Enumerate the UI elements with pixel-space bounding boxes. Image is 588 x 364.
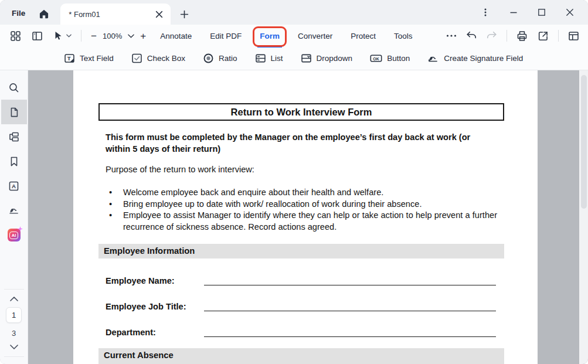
share-button[interactable] (537, 30, 549, 42)
undo-icon (465, 30, 477, 41)
redo-icon (486, 30, 498, 41)
window-controls (480, 6, 575, 18)
page-layout-button[interactable] (567, 30, 580, 42)
field-underline (204, 302, 496, 311)
current-page-input[interactable]: 1 (6, 307, 22, 323)
new-tab-button[interactable] (180, 10, 189, 19)
file-menu[interactable]: File (12, 9, 25, 18)
minimize-button[interactable] (508, 7, 519, 18)
tree-structure-icon (8, 131, 20, 143)
home-icon (38, 8, 50, 20)
bullet-marker: • (109, 210, 112, 222)
chevron-down-icon (10, 345, 18, 349)
panel-toggle-button[interactable] (31, 30, 43, 42)
document-tab[interactable]: * Form01 (60, 4, 171, 25)
more-menu-button[interactable] (480, 6, 491, 18)
check-box-tool[interactable]: Check Box (131, 52, 185, 64)
pdf-page[interactable]: Return to Work Interview Form This form … (73, 70, 538, 364)
sidebar-annotations-button[interactable]: A (1, 174, 27, 198)
tab-protect[interactable]: Protect (349, 29, 377, 43)
text-field-tool[interactable]: T Text Field (63, 52, 114, 64)
print-button[interactable] (516, 30, 528, 42)
undo-button[interactable] (465, 30, 477, 41)
chevron-down-icon (66, 34, 72, 38)
maximize-button[interactable] (536, 7, 547, 18)
field-underline (204, 328, 496, 337)
list-icon (254, 52, 267, 64)
tool-label: Text Field (80, 54, 114, 63)
ratio-tool[interactable]: Ratio (202, 52, 237, 64)
more-tools-button[interactable] (446, 34, 457, 38)
tool-label: Dropdown (317, 54, 353, 63)
tab-edit-pdf[interactable]: Edit PDF (209, 29, 243, 43)
export-icon (537, 30, 549, 42)
tab-form-label: Form (260, 32, 280, 40)
field-label: Department: (106, 328, 156, 337)
side-panel-icon (31, 30, 43, 42)
document-bullet-list: •Welcome employee back and enquire about… (106, 187, 497, 233)
tool-label: List (271, 54, 283, 63)
next-page-button[interactable] (6, 341, 22, 353)
document-title-box: Return to Work Interview Form (98, 103, 504, 121)
zoom-level[interactable]: 100% (103, 32, 122, 40)
close-icon (155, 11, 163, 18)
field-row-department: Department: (106, 327, 156, 339)
select-tool-button[interactable] (53, 30, 72, 41)
bullet-text: Bring employee up to date with work/ rea… (123, 199, 422, 209)
zoom-controls: − 100% + (91, 31, 146, 41)
tool-label: Create Signature Field (444, 54, 523, 63)
vertical-scrollbar[interactable] (579, 70, 588, 364)
maximize-icon (538, 8, 546, 16)
bullet-text: Welcome employee back and enquire about … (123, 188, 383, 197)
main-toolbar: − 100% + Annotate Edit PDF Form Converte… (0, 25, 588, 47)
sidebar-thumbnails-button[interactable] (1, 100, 27, 124)
tool-label: Button (387, 54, 410, 63)
bullet-item: •Welcome employee back and enquire about… (106, 187, 497, 199)
chevron-up-icon (10, 297, 18, 301)
field-row-employee-job-title: Employee Job Title: (106, 301, 186, 313)
field-underline (204, 276, 496, 285)
body-area: A AI 1 3 (0, 70, 588, 364)
tab-converter[interactable]: Converter (297, 29, 334, 43)
section-header-employee-information: Employee Information (98, 244, 504, 258)
document-intro-text: This form must be completed by the Manag… (106, 132, 491, 155)
ribbon-tabs: Annotate Edit PDF Form Converter Protect… (159, 29, 413, 43)
annotation-a-icon: A (8, 180, 20, 192)
tab-close-button[interactable] (154, 9, 165, 20)
page-navigator: 1 3 (0, 285, 28, 364)
plus-icon (180, 10, 189, 19)
button-tool[interactable]: OK Button (369, 52, 410, 64)
tab-form[interactable]: Form (259, 29, 281, 43)
svg-text:OK: OK (373, 57, 379, 61)
grid-view-button[interactable] (9, 30, 22, 42)
sidebar-search-button[interactable] (1, 75, 27, 100)
ellipsis-icon (446, 34, 457, 38)
scrollbar-thumb[interactable] (581, 75, 587, 209)
tool-label: Ratio (219, 54, 237, 63)
sidebar-bookmarks-button[interactable] (1, 149, 27, 174)
sidebar-ai-button[interactable]: AI (1, 223, 27, 247)
tab-tools[interactable]: Tools (393, 29, 414, 43)
zoom-out-button[interactable]: − (91, 31, 97, 41)
list-tool[interactable]: List (254, 52, 283, 64)
chevron-down-icon[interactable] (128, 34, 134, 38)
form-tools-bar: T Text Field Check Box Ratio List Dropdo… (0, 47, 588, 70)
tab-annotate[interactable]: Annotate (159, 29, 193, 43)
toolbar-divider (81, 30, 81, 42)
zoom-in-button[interactable]: + (140, 31, 146, 41)
sidebar-outline-button[interactable] (1, 124, 27, 149)
bullet-item: •Employee to assist Manager to identify … (106, 210, 497, 233)
close-window-button[interactable] (565, 7, 575, 18)
previous-page-button[interactable] (6, 293, 22, 305)
document-title: Return to Work Interview Form (231, 107, 372, 118)
toolbar-divider (507, 30, 507, 42)
sparkle-icon (18, 226, 23, 232)
sidebar-signature-button[interactable] (1, 198, 27, 223)
svg-text:A: A (12, 183, 16, 189)
left-sidebar: A AI 1 3 (0, 70, 28, 364)
redo-button[interactable] (486, 30, 498, 41)
home-button[interactable] (38, 8, 50, 20)
search-icon (8, 81, 20, 94)
dropdown-tool[interactable]: Dropdown (300, 52, 353, 64)
create-signature-field-tool[interactable]: Create Signature Field (427, 52, 523, 64)
